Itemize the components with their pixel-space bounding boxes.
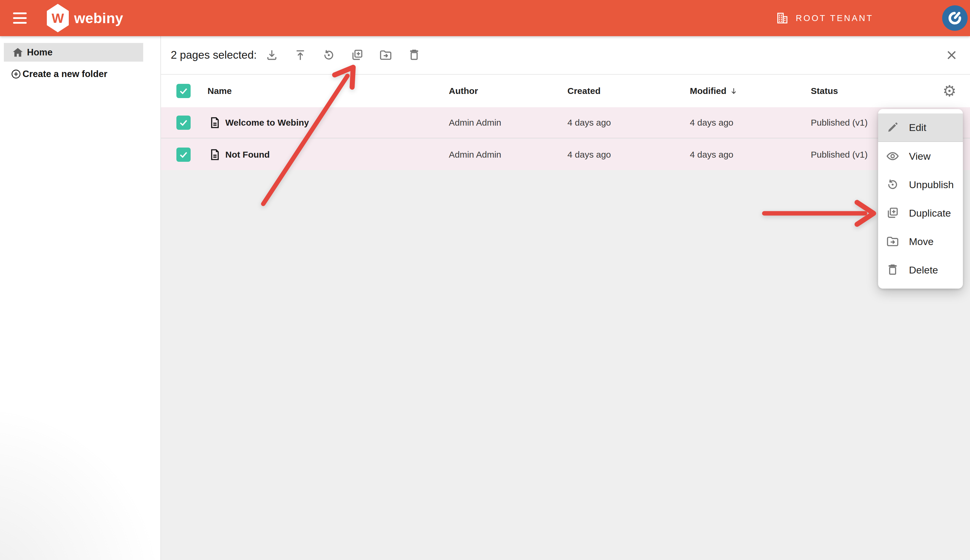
- user-avatar[interactable]: [942, 5, 968, 31]
- hexagon-logo-icon: W: [47, 4, 69, 32]
- page-created: 4 days ago: [568, 150, 611, 160]
- check-icon: [178, 86, 189, 96]
- context-menu-label: Move: [909, 236, 933, 247]
- page-created: 4 days ago: [568, 118, 611, 128]
- svg-text:W: W: [52, 11, 64, 25]
- context-menu-item-edit[interactable]: Edit: [878, 113, 963, 142]
- bulk-actions: [265, 36, 421, 74]
- copy-plus-icon: [351, 48, 364, 62]
- building-icon: [776, 11, 789, 25]
- page-status: Published (v1): [811, 150, 868, 160]
- context-menu-item-view[interactable]: View: [878, 142, 963, 170]
- context-menu-label: Duplicate: [909, 207, 951, 219]
- download-icon: [265, 48, 279, 62]
- context-menu-label: Unpublish: [909, 179, 954, 190]
- folder-sidebar: Home Create a new folder: [0, 36, 161, 560]
- context-menu-item-move[interactable]: Move: [878, 227, 963, 256]
- close-selection-button[interactable]: [945, 48, 958, 62]
- hamburger-bar: [13, 17, 27, 19]
- context-menu-item-unpublish[interactable]: Unpublish: [878, 170, 963, 199]
- table-row[interactable]: Welcome to Webiny Admin Admin 4 days ago…: [161, 107, 970, 138]
- page-document-icon: [209, 148, 222, 161]
- move-button[interactable]: [379, 48, 392, 62]
- pencil-icon: [886, 121, 900, 134]
- trash-icon: [886, 263, 900, 277]
- restore-icon: [322, 48, 336, 62]
- page-modified: 4 days ago: [690, 118, 733, 128]
- brand-wordmark: webiny: [74, 10, 124, 27]
- delete-button[interactable]: [407, 48, 421, 62]
- copy-plus-icon: [886, 206, 900, 220]
- table-header: Name Author Created Modified Status ⚙: [161, 75, 970, 107]
- export-button[interactable]: [265, 48, 279, 62]
- sort-desc-arrow-icon: [729, 87, 738, 95]
- tenant-label: ROOT TENANT: [796, 13, 873, 23]
- page-title: Welcome to Webiny: [225, 118, 309, 128]
- unpublish-button[interactable]: [322, 48, 336, 62]
- context-menu-item-duplicate[interactable]: Duplicate: [878, 199, 963, 227]
- publish-button[interactable]: [294, 48, 307, 62]
- context-menu-label: Edit: [909, 122, 927, 133]
- eye-icon: [886, 149, 900, 163]
- column-header-status[interactable]: Status: [811, 86, 838, 96]
- table-row[interactable]: Not Found Admin Admin 4 days ago 4 days …: [161, 139, 970, 170]
- page-title: Not Found: [225, 150, 270, 160]
- restore-icon: [886, 178, 900, 192]
- column-header-name[interactable]: Name: [207, 86, 232, 96]
- page-status: Published (v1): [811, 118, 868, 128]
- hamburger-bar: [13, 22, 27, 24]
- hamburger-bar: [13, 12, 27, 14]
- context-menu-item-delete[interactable]: Delete: [878, 256, 963, 284]
- home-icon: [12, 46, 24, 59]
- sidebar-item-home[interactable]: Home: [4, 43, 143, 62]
- menu-icon[interactable]: [13, 12, 27, 24]
- select-all-checkbox[interactable]: [176, 84, 190, 98]
- content-area: 2 pages selected:: [161, 36, 970, 560]
- row-checkbox[interactable]: [176, 115, 190, 130]
- duplicate-button[interactable]: [351, 48, 364, 62]
- publish-icon: [294, 48, 307, 62]
- check-icon: [178, 149, 189, 160]
- circle-plus-icon: [10, 68, 22, 80]
- tenant-selector[interactable]: ROOT TENANT: [776, 11, 873, 25]
- column-header-author[interactable]: Author: [449, 86, 478, 96]
- webiny-logo[interactable]: W: [47, 4, 69, 32]
- create-folder-label: Create a new folder: [23, 69, 107, 79]
- app-bar: W webiny ROOT TENANT: [0, 0, 970, 36]
- context-menu-label: Delete: [909, 264, 938, 276]
- column-header-created[interactable]: Created: [568, 86, 601, 96]
- row-context-menu: Edit View Unpublish: [878, 109, 963, 288]
- folder-move-icon: [886, 235, 900, 248]
- check-icon: [178, 117, 189, 128]
- page-document-icon: [209, 116, 222, 129]
- folder-move-icon: [379, 48, 392, 62]
- context-menu-label: View: [909, 150, 931, 162]
- table-settings-gear-icon[interactable]: ⚙: [942, 83, 957, 99]
- column-header-modified[interactable]: Modified: [690, 86, 738, 96]
- create-folder-button[interactable]: Create a new folder: [4, 66, 143, 82]
- row-checkbox[interactable]: [176, 148, 190, 162]
- page-modified: 4 days ago: [690, 150, 733, 160]
- trash-icon: [407, 48, 421, 62]
- webiny-admin-page: W webiny ROOT TENANT: [0, 0, 970, 560]
- selection-count-label: 2 pages selected:: [171, 49, 257, 61]
- column-header-label: Modified: [690, 86, 726, 96]
- power-icon: [946, 9, 964, 27]
- page-author: Admin Admin: [449, 150, 501, 160]
- sidebar-item-label: Home: [27, 47, 52, 58]
- close-icon: [945, 49, 958, 61]
- selection-toolbar: 2 pages selected:: [161, 36, 970, 75]
- page-author: Admin Admin: [449, 118, 501, 128]
